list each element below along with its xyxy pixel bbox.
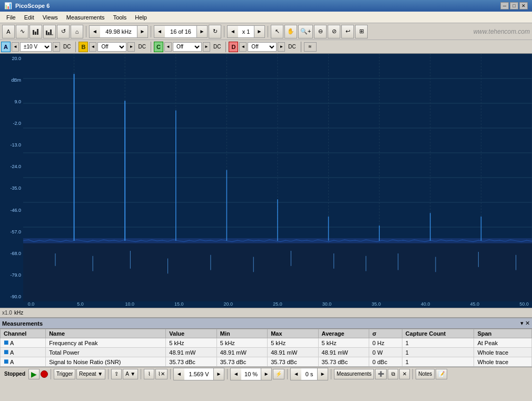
st-sep7 xyxy=(331,369,331,379)
channel-a-label[interactable]: A xyxy=(1,42,11,52)
menu-tools[interactable]: Tools xyxy=(109,13,131,22)
zoom-next-btn[interactable]: ► xyxy=(254,26,264,37)
table-row: ■ A Signal to Noise Ratio (SNR) 35.73 dB… xyxy=(1,357,532,367)
x-label-8: 40.0 xyxy=(418,301,434,307)
app-icon: 📊 xyxy=(4,2,12,9)
tb-btn-undo[interactable]: ↩ xyxy=(341,25,354,38)
tb-btn-1[interactable]: A xyxy=(2,25,15,38)
y-label-0: 20.0 xyxy=(1,56,22,61)
freq-next-btn[interactable]: ► xyxy=(137,26,147,37)
x-label-10: 50.0 xyxy=(516,301,532,307)
channel-b-left[interactable]: ◄ xyxy=(89,42,96,52)
meas-add-btn[interactable]: ➕ xyxy=(375,369,387,379)
channel-a-range[interactable]: ±10 V xyxy=(20,42,52,52)
voltage-group: ◄ 1.569 V ► xyxy=(173,368,224,380)
y-label-5: -35.0 xyxy=(1,185,22,191)
menu-edit[interactable]: Edit xyxy=(20,13,38,22)
channel-b-label[interactable]: B xyxy=(78,42,88,52)
st-sep4 xyxy=(170,369,171,379)
x-label-1: 5.0 xyxy=(73,301,88,307)
y-label-2: -2.0 xyxy=(1,121,22,126)
x-label-6: 30.0 xyxy=(319,301,335,307)
st-sep2 xyxy=(108,369,109,379)
meas-copy-btn[interactable]: ⧉ xyxy=(388,369,398,379)
zoom-pct-next-btn[interactable]: ► xyxy=(261,368,271,380)
channel-c-range[interactable]: Off xyxy=(173,42,202,52)
repeat-select[interactable]: Repeat ▼ xyxy=(76,369,105,379)
tb-btn-cycle[interactable]: ↻ xyxy=(209,25,221,38)
x-label-5: 25.0 xyxy=(270,301,285,307)
st-sep5 xyxy=(227,369,228,379)
notes-btn[interactable]: Notes xyxy=(416,369,435,379)
y-label-10: -90.0 xyxy=(1,294,22,299)
y-label-1: 9.0 xyxy=(1,99,22,104)
capture-next-btn[interactable]: ► xyxy=(196,26,207,37)
channel-a-right[interactable]: ► xyxy=(53,42,60,52)
zoom-pct-prev-btn[interactable]: ◄ xyxy=(231,368,241,380)
tb-btn-zoom-out-h[interactable]: ⊖ xyxy=(314,25,327,38)
menu-help[interactable]: Help xyxy=(131,13,151,22)
cell-capture-count: 1 xyxy=(402,338,474,348)
tb-btn-zoom-in[interactable]: 🔍+ xyxy=(298,25,313,38)
ruler-x-btn[interactable]: ⌇✕ xyxy=(155,369,168,379)
measurements-btn[interactable]: Measurements xyxy=(334,369,374,379)
channel-b-right[interactable]: ► xyxy=(127,42,135,52)
channel-d-range[interactable]: Off xyxy=(248,42,277,52)
menu-views[interactable]: Views xyxy=(38,13,62,22)
x-label-0: 0.0 xyxy=(23,301,39,307)
channel-b-coupling: DC xyxy=(136,44,147,50)
channel-c-label[interactable]: C xyxy=(154,42,163,52)
tb-btn-refresh[interactable]: ↺ xyxy=(57,25,70,38)
tb-btn-bar-chart2[interactable] xyxy=(43,25,56,38)
cell-channel: ■ A xyxy=(1,357,46,367)
channel-d-right[interactable]: ► xyxy=(278,42,285,52)
channel-d-label[interactable]: D xyxy=(229,42,238,52)
y-label-3: -13.0 xyxy=(1,142,22,148)
meas-collapse-btn[interactable]: ▾ ✕ xyxy=(520,320,530,327)
capture-prev-btn[interactable]: ◄ xyxy=(154,26,165,37)
channel-c-left[interactable]: ◄ xyxy=(164,42,172,52)
minimize-button[interactable]: ─ xyxy=(500,2,509,9)
capture-group: ◄ 16 of 16 ► xyxy=(154,25,208,38)
channel-c-right[interactable]: ► xyxy=(203,42,210,52)
svg-rect-3 xyxy=(46,31,47,35)
tb-btn-drag[interactable]: ✋ xyxy=(284,25,297,38)
volt-next-btn[interactable]: ► xyxy=(213,368,224,380)
cell-value: 48.91 mW xyxy=(166,348,216,357)
maximize-button[interactable]: □ xyxy=(510,2,518,9)
tb-btn-cursor[interactable]: ↖ xyxy=(271,25,283,38)
zoom-prev-btn[interactable]: ◄ xyxy=(228,26,238,37)
tb-btn-house[interactable]: ⌂ xyxy=(71,25,83,38)
tb-btn-bar-chart[interactable] xyxy=(29,25,42,38)
time-group: ◄ 0 s ► xyxy=(290,368,328,380)
notes-icon-btn[interactable]: 📝 xyxy=(436,369,447,379)
tb-btn-misc[interactable]: ⊞ xyxy=(355,25,368,38)
freq-prev-btn[interactable]: ◄ xyxy=(90,26,100,37)
table-row: ■ A Frequency at Peak 5 kHz 5 kHz 5 kHz … xyxy=(1,338,532,348)
channel-d-left[interactable]: ◄ xyxy=(239,42,247,52)
channel-select-a[interactable]: A ▼ xyxy=(123,369,138,379)
stop-indicator[interactable] xyxy=(41,370,48,378)
x-unit-label: kHz xyxy=(14,310,23,316)
ruler-btn[interactable]: ⌇ xyxy=(144,369,154,379)
time-next-btn[interactable]: ► xyxy=(317,368,328,380)
sep1 xyxy=(86,26,86,37)
x-label-7: 35.0 xyxy=(368,301,384,307)
probe-btn[interactable]: ⇪ xyxy=(111,369,122,379)
go-button[interactable]: ▶ xyxy=(28,369,40,379)
menu-file[interactable]: File xyxy=(2,13,20,22)
measurements-table: Channel Name Value Min Max Average σ Cap… xyxy=(0,329,532,367)
cell-channel: ■ A xyxy=(1,338,46,348)
ch-extra-btn[interactable]: ≋ xyxy=(304,42,317,52)
tb-btn-2[interactable]: ∿ xyxy=(16,25,28,38)
close-button[interactable]: ✕ xyxy=(519,2,528,9)
time-prev-btn[interactable]: ◄ xyxy=(291,368,301,380)
volt-prev-btn[interactable]: ◄ xyxy=(174,368,184,380)
channel-b-range[interactable]: Off xyxy=(97,42,126,52)
ruler-mode-btn[interactable]: ⚡ xyxy=(273,369,284,379)
ch-sep1 xyxy=(75,42,76,52)
menu-measurements[interactable]: Measurements xyxy=(62,13,109,22)
channel-a-left[interactable]: ◄ xyxy=(12,42,19,52)
tb-btn-zoom-out-v[interactable]: ⊘ xyxy=(328,25,340,38)
meas-delete-btn[interactable]: ✕ xyxy=(399,369,410,379)
